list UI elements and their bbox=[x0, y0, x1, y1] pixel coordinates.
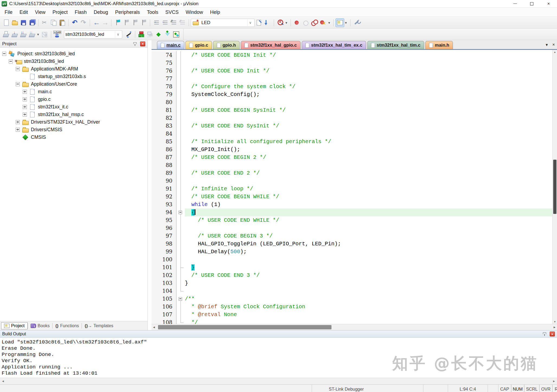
redo-button[interactable] bbox=[79, 18, 88, 27]
scroll-down-icon[interactable]: ▼ bbox=[553, 320, 557, 324]
open-button[interactable] bbox=[10, 18, 19, 27]
pack-installer-button[interactable] bbox=[154, 30, 163, 39]
navigate-back-button[interactable] bbox=[92, 18, 101, 27]
code-line-100[interactable]: 100 bbox=[152, 256, 552, 264]
collapse-icon[interactable] bbox=[16, 82, 20, 86]
editor-tab-gpio-h[interactable]: gpio.h bbox=[213, 41, 240, 49]
code-line-94[interactable]: 94 { bbox=[152, 208, 552, 216]
manage-rte-button[interactable] bbox=[137, 30, 146, 39]
code-line-91[interactable]: 91 /* Infinite loop */ bbox=[152, 185, 552, 193]
code-line-90[interactable]: 90 bbox=[152, 177, 552, 185]
menu-file[interactable]: File bbox=[1, 8, 16, 17]
editor-tab-stm32f1xx_hal_gpio-c[interactable]: stm32f1xx_hal_gpio.c bbox=[241, 41, 301, 49]
select-packs-button[interactable] bbox=[163, 30, 172, 39]
target-options-button[interactable] bbox=[124, 30, 133, 39]
stop-build-button[interactable] bbox=[40, 30, 49, 39]
menu-flash[interactable]: Flash bbox=[71, 8, 90, 17]
undo-button[interactable] bbox=[70, 18, 79, 27]
tree-item-stm32f1xx-hal-msp-c[interactable]: stm32f1xx_hal_msp.c bbox=[0, 111, 147, 118]
collapse-icon[interactable] bbox=[16, 67, 20, 71]
panel-tab-functions[interactable]: {}Functions bbox=[53, 323, 82, 329]
expand-icon[interactable] bbox=[16, 128, 20, 132]
menu-window[interactable]: Window bbox=[182, 8, 207, 17]
tree-item-main-c[interactable]: main.c bbox=[0, 88, 147, 95]
batch-build-button[interactable] bbox=[28, 30, 36, 39]
tree-item-drivers-cmsis[interactable]: Drivers/CMSIS bbox=[0, 126, 147, 133]
code-line-103[interactable]: 103} bbox=[152, 279, 552, 287]
tab-list-dropdown-icon[interactable]: ▼ bbox=[545, 43, 549, 47]
translate-button[interactable] bbox=[2, 30, 10, 39]
editor-tab-gpio-c[interactable]: gpio.c bbox=[185, 41, 212, 49]
code-line-88[interactable]: 88 bbox=[152, 161, 552, 169]
software-packs-button[interactable] bbox=[172, 30, 181, 39]
configure-button[interactable] bbox=[352, 18, 361, 27]
tree-item-application-user-core[interactable]: Application/User/Core bbox=[0, 80, 147, 88]
code-line-75[interactable]: 75 bbox=[152, 59, 552, 67]
tree-item-drivers-stm32f1xx-hal-driver[interactable]: Drivers/STM32F1xx_HAL_Driver bbox=[0, 118, 147, 126]
menu-project[interactable]: Project bbox=[49, 8, 71, 17]
code-line-93[interactable]: 93 while (1) bbox=[152, 201, 552, 208]
tree-item-application-mdk-arm[interactable]: Application/MDK-ARM bbox=[0, 65, 147, 73]
vertical-scroll-thumb[interactable] bbox=[553, 160, 556, 214]
code-line-107[interactable]: 107 * @retval None bbox=[152, 311, 552, 319]
code-line-101[interactable]: 101 } bbox=[152, 264, 552, 271]
fold-margin[interactable] bbox=[176, 208, 185, 216]
code-line-78[interactable]: 78 /* Configure the system clock */ bbox=[152, 83, 552, 91]
code-line-97[interactable]: 97 /* USER CODE BEGIN 3 */ bbox=[152, 232, 552, 240]
dropdown-arrow-icon[interactable]: ▼ bbox=[37, 33, 40, 36]
code-line-105[interactable]: 105/** bbox=[152, 295, 552, 303]
unindent-button[interactable] bbox=[161, 18, 169, 27]
tree-item-startup-stm32f103xb-s[interactable]: startup_stm32f103xb.s bbox=[0, 73, 147, 80]
editor-tab-main-h[interactable]: main.h bbox=[425, 41, 453, 49]
scroll-right-icon[interactable]: ▶ bbox=[552, 378, 556, 384]
code-line-85[interactable]: 85 /* Initialize all configured peripher… bbox=[152, 138, 552, 146]
expand-icon[interactable] bbox=[23, 105, 27, 109]
tree-item-cmsis[interactable]: CMSIS bbox=[0, 133, 147, 141]
code-line-95[interactable]: 95 /* USER CODE END WHILE */ bbox=[152, 216, 552, 224]
scroll-up-icon[interactable]: ▲ bbox=[553, 50, 557, 54]
incremental-find-button[interactable] bbox=[263, 18, 272, 27]
tree-item-gpio-c[interactable]: gpio.c bbox=[0, 95, 147, 103]
code-line-74[interactable]: 74 /* USER CODE BEGIN Init */ bbox=[152, 51, 552, 59]
minimize-button[interactable] bbox=[507, 0, 523, 7]
panel-close-icon[interactable]: × bbox=[550, 332, 555, 336]
tree-item-stm32f103c8t6-led[interactable]: stm32f103c8t6_led bbox=[0, 57, 147, 65]
indent-button[interactable] bbox=[152, 18, 161, 27]
panel-splitter[interactable] bbox=[148, 40, 152, 330]
code-line-86[interactable]: 86 MX_GPIO_Init(); bbox=[152, 146, 552, 153]
code-line-82[interactable]: 82 bbox=[152, 114, 552, 122]
dropdown-arrow-icon[interactable]: ▼ bbox=[285, 21, 288, 24]
menu-help[interactable]: Help bbox=[207, 8, 224, 17]
find-button[interactable] bbox=[276, 18, 285, 27]
code-line-102[interactable]: 102 /* USER CODE END 3 */ bbox=[152, 271, 552, 279]
dropdown-arrow-icon[interactable]: ▼ bbox=[344, 21, 347, 24]
horizontal-scroll-thumb[interactable] bbox=[158, 325, 331, 329]
cut-button[interactable] bbox=[40, 18, 49, 27]
tree-item-project-stm32f103c8t6-led[interactable]: Project: stm32f103c8t6_led bbox=[0, 50, 147, 57]
comment-button[interactable] bbox=[169, 18, 178, 27]
insert-breakpoint-button[interactable] bbox=[293, 18, 301, 27]
clear-bookmarks-button[interactable] bbox=[139, 18, 148, 27]
rebuild-button[interactable] bbox=[19, 30, 28, 39]
bookmark-button[interactable] bbox=[113, 18, 122, 27]
code-line-87[interactable]: 87 /* USER CODE BEGIN 2 */ bbox=[152, 153, 552, 161]
code-line-83[interactable]: 83 /* USER CODE END SysInit */ bbox=[152, 122, 552, 130]
debug-windows-button[interactable] bbox=[336, 18, 344, 27]
code-line-96[interactable]: 96 bbox=[152, 224, 552, 232]
pin-icon[interactable] bbox=[133, 41, 137, 46]
menu-tools[interactable]: Tools bbox=[143, 8, 162, 17]
disable-breakpoint-button[interactable] bbox=[301, 18, 310, 27]
scroll-left-icon[interactable]: ◀ bbox=[152, 324, 156, 330]
enable-disable-breakpoints-button[interactable] bbox=[310, 18, 319, 27]
scroll-right-icon[interactable]: ▶ bbox=[552, 324, 557, 330]
load-button[interactable] bbox=[53, 30, 62, 39]
target-select-combobox[interactable]: stm32f103c8t6_led∨ bbox=[64, 30, 122, 38]
editor-tab-stm32f1xx_hal_tim_ex-c[interactable]: stm32f1xx_hal_tim_ex.c bbox=[302, 41, 366, 49]
code-line-89[interactable]: 89 /* USER CODE END 2 */ bbox=[152, 169, 552, 177]
menu-peripherals[interactable]: Peripherals bbox=[112, 8, 143, 17]
tree-item-stm32f1xx-it-c[interactable]: stm32f1xx_it.c bbox=[0, 103, 147, 111]
code-line-98[interactable]: 98 HAL_GPIO_TogglePin (LED_GPIO_Port, LE… bbox=[152, 240, 552, 248]
editor-tab-stm32f1xx_hal_tim-c[interactable]: stm32f1xx_hal_tim.c bbox=[367, 41, 424, 49]
menu-edit[interactable]: Edit bbox=[16, 8, 31, 17]
expand-icon[interactable] bbox=[16, 120, 20, 124]
